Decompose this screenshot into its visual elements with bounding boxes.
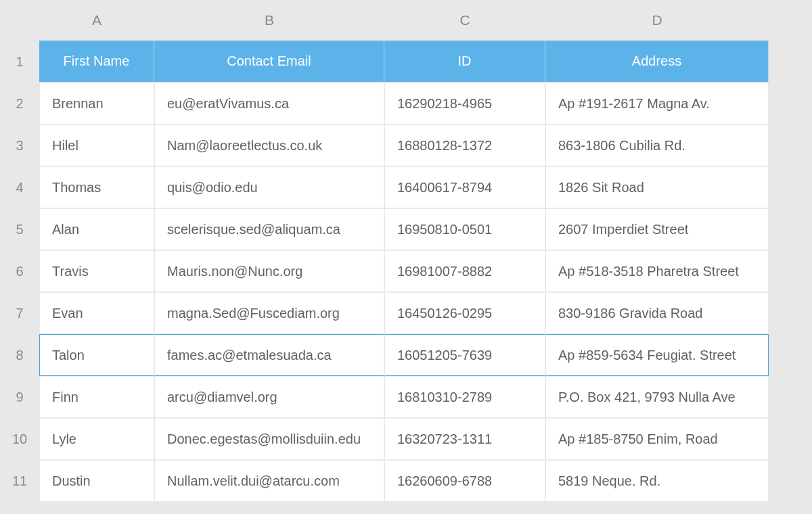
cell-d10[interactable]: Ap #185-8750 Enim, Road	[545, 418, 769, 460]
cell-a6[interactable]: Travis	[39, 250, 154, 292]
col-header-b[interactable]: B	[154, 0, 384, 41]
cell-c6[interactable]: 16981007-8882	[384, 250, 545, 292]
cell-c7[interactable]: 16450126-0295	[384, 292, 545, 334]
row-header-3[interactable]: 3	[0, 124, 39, 166]
cell-c3[interactable]: 16880128-1372	[384, 124, 545, 166]
cell-a10[interactable]: Lyle	[39, 418, 154, 460]
cell-d2[interactable]: Ap #191-2617 Magna Av.	[545, 83, 769, 124]
cell-b8[interactable]: fames.ac@etmalesuada.ca	[154, 334, 384, 376]
cell-a3[interactable]: Hilel	[39, 124, 154, 166]
cell-b5[interactable]: scelerisque.sed@aliquam.ca	[154, 208, 384, 250]
cell-b11[interactable]: Nullam.velit.dui@atarcu.com	[154, 460, 384, 502]
cell-a4[interactable]: Thomas	[39, 166, 154, 208]
cell-c4[interactable]: 16400617-8794	[384, 166, 545, 208]
row-header-6[interactable]: 6	[0, 250, 39, 292]
row-header-10[interactable]: 10	[0, 418, 39, 460]
cell-b9[interactable]: arcu@diamvel.org	[154, 376, 384, 418]
cell-c2[interactable]: 16290218-4965	[384, 83, 545, 124]
row-header-7[interactable]: 7	[0, 292, 39, 334]
cell-d3[interactable]: 863-1806 Cubilia Rd.	[545, 124, 769, 166]
cell-a9[interactable]: Finn	[39, 376, 154, 418]
cell-c5[interactable]: 16950810-0501	[384, 208, 545, 250]
cell-a2[interactable]: Brennan	[39, 83, 154, 124]
cell-a8[interactable]: Talon	[39, 334, 154, 376]
corner-cell	[0, 0, 39, 41]
row-header-11[interactable]: 11	[0, 460, 39, 502]
spreadsheet: A B C D 1 First Name Contact Email ID Ad…	[0, 0, 812, 514]
row-header-9[interactable]: 9	[0, 376, 39, 418]
cell-a11[interactable]: Dustin	[39, 460, 154, 502]
cell-d4[interactable]: 1826 Sit Road	[545, 166, 769, 208]
cell-d6[interactable]: Ap #518-3518 Pharetra Street	[545, 250, 769, 292]
cell-c10[interactable]: 16320723-1311	[384, 418, 545, 460]
cell-b2[interactable]: eu@eratVivamus.ca	[154, 83, 384, 124]
header-address[interactable]: Address	[545, 41, 769, 83]
col-header-a[interactable]: A	[39, 0, 154, 41]
cell-b6[interactable]: Mauris.non@Nunc.org	[154, 250, 384, 292]
header-contact-email[interactable]: Contact Email	[154, 41, 384, 83]
col-header-c[interactable]: C	[384, 0, 545, 41]
cell-b7[interactable]: magna.Sed@Fuscediam.org	[154, 292, 384, 334]
cell-d8[interactable]: Ap #859-5634 Feugiat. Street	[545, 334, 769, 376]
cell-c11[interactable]: 16260609-6788	[384, 460, 545, 502]
cell-d7[interactable]: 830-9186 Gravida Road	[545, 292, 769, 334]
row-header-2[interactable]: 2	[0, 83, 39, 124]
cell-d11[interactable]: 5819 Neque. Rd.	[545, 460, 769, 502]
cell-c8[interactable]: 16051205-7639	[384, 334, 545, 376]
cell-d9[interactable]: P.O. Box 421, 9793 Nulla Ave	[545, 376, 769, 418]
cell-b3[interactable]: Nam@laoreetlectus.co.uk	[154, 124, 384, 166]
row-header-5[interactable]: 5	[0, 208, 39, 250]
row-header-1[interactable]: 1	[0, 41, 39, 83]
cell-c9[interactable]: 16810310-2789	[384, 376, 545, 418]
cell-b4[interactable]: quis@odio.edu	[154, 166, 384, 208]
cell-d5[interactable]: 2607 Imperdiet Street	[545, 208, 769, 250]
cell-b10[interactable]: Donec.egestas@mollisduiin.edu	[154, 418, 384, 460]
col-header-d[interactable]: D	[545, 0, 769, 41]
cell-a5[interactable]: Alan	[39, 208, 154, 250]
header-id[interactable]: ID	[384, 41, 545, 83]
row-header-8[interactable]: 8	[0, 334, 39, 376]
cell-a7[interactable]: Evan	[39, 292, 154, 334]
header-first-name[interactable]: First Name	[39, 41, 154, 83]
row-header-4[interactable]: 4	[0, 166, 39, 208]
